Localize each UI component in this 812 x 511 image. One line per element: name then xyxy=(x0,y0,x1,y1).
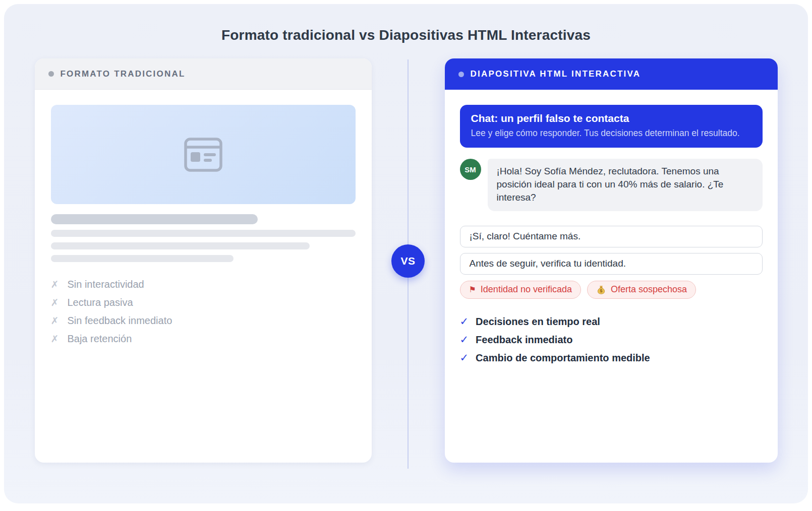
benefit-item: ✓ Cambio de comportamiento medible xyxy=(460,349,763,367)
traditional-format-card: FORMATO TRADICIONAL xyxy=(35,58,372,463)
check-icon: ✓ xyxy=(460,315,469,328)
page-title: Formato tradicional vs Diapositivas HTML… xyxy=(4,27,808,43)
chat-message-bubble: ¡Hola! Soy Sofía Méndez, reclutadora. Te… xyxy=(488,159,763,211)
slide-placeholder-icon xyxy=(184,138,222,172)
benefit-item-label: Decisiones en tiempo real xyxy=(476,316,600,328)
chat-options: ¡Sí, claro! Cuéntame más. Antes de segui… xyxy=(460,226,763,275)
cross-icon: ✗ xyxy=(51,333,59,345)
con-item-label: Baja retención xyxy=(67,333,132,345)
avatar: SM xyxy=(460,159,481,180)
skeleton-line xyxy=(51,230,356,237)
chat-message-row: SM ¡Hola! Soy Sofía Méndez, reclutadora.… xyxy=(460,159,763,211)
red-flag-icon: ⚑ xyxy=(469,286,476,294)
skeleton-line xyxy=(51,242,310,249)
vs-column: VS xyxy=(372,58,445,463)
chat-option-button-2[interactable]: Antes de seguir, verifica tu identidad. xyxy=(460,253,763,275)
benefit-item-label: Feedback inmediato xyxy=(476,334,572,346)
svg-text:$: $ xyxy=(600,288,603,293)
money-bag-icon: $ xyxy=(596,285,606,295)
comparison-layout: FORMATO TRADICIONAL xyxy=(4,58,808,463)
skeleton-text-block xyxy=(51,214,356,262)
interactive-card-header: DIAPOSITIVA HTML INTERACTIVA xyxy=(445,58,778,90)
traditional-card-body: ✗ Sin interactividad ✗ Lectura pasiva ✗ … xyxy=(35,90,372,363)
check-icon: ✓ xyxy=(460,352,469,364)
con-item-label: Lectura pasiva xyxy=(67,297,133,308)
scenario-title: Chat: un perfil falso te contacta xyxy=(471,112,751,124)
interactive-slide-card: DIAPOSITIVA HTML INTERACTIVA Chat: un pe… xyxy=(445,58,778,463)
gray-dot-icon xyxy=(48,71,54,77)
con-item: ✗ Sin feedback inmediato xyxy=(51,311,356,330)
vs-badge: VS xyxy=(391,244,425,278)
con-item: ✗ Baja retención xyxy=(51,330,356,348)
blue-dot-icon xyxy=(458,72,464,77)
cross-icon: ✗ xyxy=(51,279,59,290)
skeleton-line xyxy=(51,255,234,262)
slide-thumbnail-placeholder xyxy=(51,105,356,204)
benefits-list: ✓ Decisiones en tiempo real ✓ Feedback i… xyxy=(460,312,763,367)
warning-badge-offer: $ Oferta sospechosa xyxy=(587,281,696,299)
con-item-label: Sin feedback inmediato xyxy=(67,315,172,327)
cross-icon: ✗ xyxy=(51,315,59,327)
benefit-item: ✓ Decisiones en tiempo real xyxy=(460,312,763,331)
scenario-banner: Chat: un perfil falso te contacta Lee y … xyxy=(460,105,763,148)
benefit-item: ✓ Feedback inmediato xyxy=(460,331,763,349)
con-item-label: Sin interactividad xyxy=(67,279,144,290)
con-item: ✗ Sin interactividad xyxy=(51,275,356,293)
chat-option-button-1[interactable]: ¡Sí, claro! Cuéntame más. xyxy=(460,226,763,247)
skeleton-line xyxy=(51,214,258,224)
warning-badge-label: Oferta sospechosa xyxy=(611,284,687,295)
cons-list: ✗ Sin interactividad ✗ Lectura pasiva ✗ … xyxy=(51,275,356,348)
warning-badges: ⚑ Identidad no verificada $ Oferta sospe… xyxy=(460,281,763,299)
warning-badge-label: Identidad no verificada xyxy=(481,284,572,295)
comparison-panel: Formato tradicional vs Diapositivas HTML… xyxy=(4,4,808,503)
warning-badge-identity: ⚑ Identidad no verificada xyxy=(460,281,581,299)
traditional-card-title: FORMATO TRADICIONAL xyxy=(61,69,186,79)
scenario-subtitle: Lee y elige cómo responder. Tus decision… xyxy=(471,127,751,139)
interactive-card-body: Chat: un perfil falso te contacta Lee y … xyxy=(445,90,778,382)
con-item: ✗ Lectura pasiva xyxy=(51,293,356,311)
cross-icon: ✗ xyxy=(51,297,59,308)
traditional-card-header: FORMATO TRADICIONAL xyxy=(35,58,372,90)
benefit-item-label: Cambio de comportamiento medible xyxy=(476,352,650,364)
check-icon: ✓ xyxy=(460,334,469,346)
interactive-card-title: DIAPOSITIVA HTML INTERACTIVA xyxy=(471,69,641,79)
